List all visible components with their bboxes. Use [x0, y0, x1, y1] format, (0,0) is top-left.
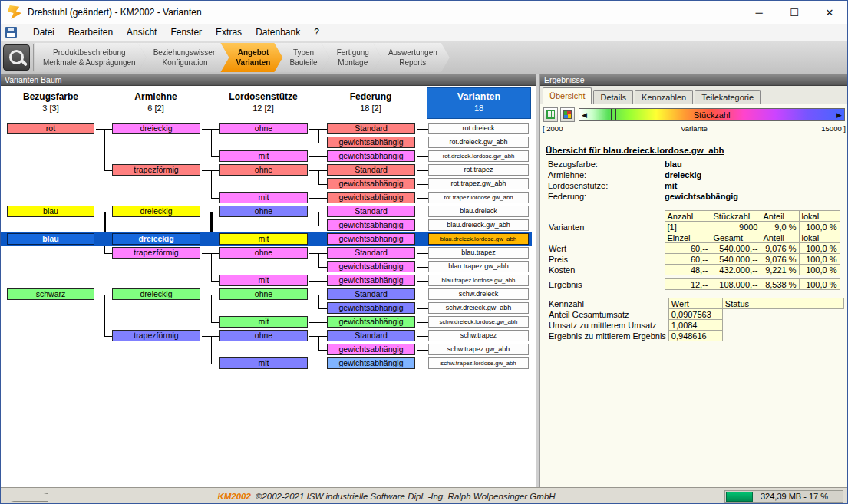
- tab-teilekategorie[interactable]: Teilekategorie: [695, 90, 761, 104]
- menu-bearbeiten[interactable]: Bearbeiten: [61, 24, 120, 41]
- variant-rot.dreieck.gw_abh[interactable]: rot.dreieck.gw_abh: [428, 137, 529, 148]
- tree-node-standard-r7[interactable]: Standard: [327, 206, 415, 217]
- tree-node-schwarz-r13[interactable]: schwarz: [7, 288, 94, 300]
- table-header-cell: Stückzahl: [711, 211, 761, 222]
- variant-rot.trapez.lordose.gw_abh[interactable]: rot.trapez.lordose.gw_abh: [428, 192, 529, 203]
- tree-node-trapezformig-r16[interactable]: trapezförmig: [112, 330, 200, 341]
- menu-ansicht[interactable]: Ansicht: [120, 24, 163, 41]
- tree-node-gewichtsabhangig-r8[interactable]: gewichtsabhängig: [327, 219, 415, 231]
- tree-connector: [417, 267, 428, 268]
- tree-node-dreieckig-r13[interactable]: dreieckig: [112, 288, 200, 300]
- tree-node-standard-r10[interactable]: Standard: [327, 247, 415, 259]
- tab-ubersicht[interactable]: Übersicht: [543, 87, 592, 104]
- tree-node-gewichtsabhangig-r11[interactable]: gewichtsabhängig: [327, 261, 415, 272]
- tree-node-ohne-r16[interactable]: ohne: [219, 330, 308, 341]
- statusbar-brand: KM2002: [217, 492, 250, 501]
- table-style-button[interactable]: [543, 107, 558, 122]
- property-value: mit: [665, 181, 678, 192]
- toolbar: ProduktbeschreibungMerkmale & Ausprägung…: [1, 41, 847, 74]
- variant-blau.trapez.gw_abh[interactable]: blau.trapez.gw_abh: [428, 261, 529, 272]
- variant-rot.trapez[interactable]: rot.trapez: [428, 164, 529, 176]
- tab-kennzahlen[interactable]: Kennzahlen: [635, 90, 693, 104]
- variant-blau.trapez[interactable]: blau.trapez: [428, 247, 529, 259]
- tab-details[interactable]: Details: [593, 90, 633, 104]
- ribbon-tab-reports[interactable]: AuswertungenReports: [373, 43, 450, 72]
- scale-right-arrow[interactable]: ▶: [836, 109, 842, 120]
- save-icon[interactable]: [5, 27, 17, 38]
- tree-node-trapezformig-r10[interactable]: trapezförmig: [112, 247, 200, 259]
- tree-node-ohne-r4[interactable]: ohne: [219, 164, 308, 176]
- ribbon-tab-konfiguration[interactable]: BeziehungswissenKonfiguration: [138, 43, 229, 72]
- variant-rot.trapez.gw_abh[interactable]: rot.trapez.gw_abh: [428, 178, 529, 189]
- tree-node-gewichtsabhangig-r17[interactable]: gewichtsabhängig: [327, 344, 415, 355]
- tree-connector: [318, 267, 327, 268]
- maximize-button[interactable]: ☐: [777, 1, 812, 24]
- tree-node-blau-r7[interactable]: blau: [7, 206, 94, 217]
- tree-node-standard-r1[interactable]: Standard: [327, 123, 415, 134]
- table-row: EinzelGesamtAnteillokal: [546, 232, 840, 243]
- minimize-button[interactable]: ─: [741, 1, 777, 24]
- tree-connector: [211, 129, 212, 157]
- close-button[interactable]: ✕: [812, 1, 847, 24]
- tree-node-standard-r13[interactable]: Standard: [327, 288, 415, 300]
- variant-schw.trapez.gw_abh[interactable]: schw.trapez.gw_abh: [428, 344, 529, 355]
- variant-blau.dreieck[interactable]: blau.dreieck: [428, 206, 529, 217]
- variant-blau.dreieck.lordose.gw_abh[interactable]: blau.dreieck.lordose.gw_abh: [428, 233, 529, 245]
- resize-grip[interactable]: [2, 493, 48, 504]
- variant-blau.trapez.lordose.gw_abh[interactable]: blau.trapez.lordose.gw_abh: [428, 275, 529, 286]
- tree-node-ohne-r13[interactable]: ohne: [219, 288, 308, 300]
- ribbon-tab-montage[interactable]: FertigungMontage: [322, 43, 381, 72]
- tree-node-dreieckig-r1[interactable]: dreieckig: [112, 123, 200, 134]
- tree-node-standard-r16[interactable]: Standard: [327, 330, 415, 341]
- statusbar: KM2002©2002-2021 ISW industrielle Softwa…: [1, 487, 847, 504]
- variant-blau.dreieck.gw_abh[interactable]: blau.dreieck.gw_abh: [428, 219, 529, 231]
- variant-schw.trapez[interactable]: schw.trapez: [428, 330, 529, 341]
- tree-node-mit-r15[interactable]: mit: [219, 316, 308, 328]
- tree-connector: [211, 336, 212, 364]
- tree-node-gewichtsabhangig-r15[interactable]: gewichtsabhängig: [327, 316, 415, 328]
- tree-node-gewichtsabhangig-r14[interactable]: gewichtsabhängig: [327, 302, 415, 314]
- variant-schw.trapez.lordose.gw_abh[interactable]: schw.trapez.lordose.gw_abh: [428, 357, 529, 369]
- tree-node-ohne-r1[interactable]: ohne: [219, 123, 308, 134]
- tree-node-mit-r6[interactable]: mit: [219, 192, 308, 203]
- tree-node-dreieckig-r7[interactable]: dreieckig: [112, 206, 200, 217]
- tree-node-gewichtsabhangig-r3[interactable]: gewichtsabhängig: [327, 150, 415, 162]
- tree-node-dreieckig-r9[interactable]: dreieckig: [112, 233, 200, 245]
- tree-node-mit-r3[interactable]: mit: [219, 150, 308, 162]
- tree-node-gewichtsabhangig-r12[interactable]: gewichtsabhängig: [327, 275, 415, 286]
- variant-rot.dreieck.lordose.gw_abh[interactable]: rot.dreieck.lordose.gw_abh: [428, 150, 529, 162]
- variant-schw.dreieck.lordose.gw_abh[interactable]: schw.dreieck.lordose.gw_abh: [428, 316, 529, 328]
- menu-fenster[interactable]: Fenster: [163, 24, 209, 41]
- menu-datenbank[interactable]: Datenbank: [249, 24, 307, 41]
- ribbon-tab-merkmale-auspragungen[interactable]: ProduktbeschreibungMerkmale & Ausprägung…: [35, 43, 147, 72]
- table-value-cell: 9000: [711, 222, 761, 232]
- tree-node-blau-r9[interactable]: blau: [7, 233, 94, 245]
- tree-node-mit-r9[interactable]: mit: [219, 233, 308, 245]
- lens-icon[interactable]: [3, 44, 30, 71]
- tree-node-ohne-r7[interactable]: ohne: [219, 206, 308, 217]
- tree-node-gewichtsabhangig-r18[interactable]: gewichtsabhängig: [327, 357, 415, 369]
- tree-connector: [211, 198, 219, 199]
- tree-node-gewichtsabhangig-r9[interactable]: gewichtsabhängig: [327, 233, 415, 245]
- tree-node-mit-r18[interactable]: mit: [219, 357, 308, 369]
- tree-node-trapezformig-r4[interactable]: trapezförmig: [112, 164, 200, 176]
- variant-schw.dreieck.gw_abh[interactable]: schw.dreieck.gw_abh: [428, 302, 529, 314]
- tree-node-mit-r12[interactable]: mit: [219, 275, 308, 286]
- tree-node-gewichtsabhangig-r5[interactable]: gewichtsabhängig: [327, 178, 415, 189]
- tree-node-ohne-r10[interactable]: ohne: [219, 247, 308, 259]
- menu-help[interactable]: ?: [307, 24, 326, 41]
- ribbon-tab-varianten[interactable]: AngebotVarianten: [220, 43, 282, 72]
- table-header-cell: Anteil: [761, 211, 799, 222]
- table-value-cell: 48,--: [665, 265, 711, 275]
- window-controls: ─ ☐ ✕: [741, 1, 847, 24]
- tree-node-gewichtsabhangig-r6[interactable]: gewichtsabhängig: [327, 192, 415, 203]
- variant-rot.dreieck[interactable]: rot.dreieck: [428, 123, 529, 134]
- color-style-button[interactable]: [560, 107, 575, 122]
- menu-extras[interactable]: Extras: [209, 24, 249, 41]
- tree-node-rot-r1[interactable]: rot: [7, 123, 94, 134]
- scale-left-arrow[interactable]: ◀: [582, 109, 587, 120]
- tree-node-gewichtsabhangig-r2[interactable]: gewichtsabhängig: [327, 137, 415, 148]
- variant-schw.dreieck[interactable]: schw.dreieck: [428, 288, 529, 300]
- menu-datei[interactable]: Datei: [26, 24, 61, 41]
- tree-node-standard-r4[interactable]: Standard: [327, 164, 415, 176]
